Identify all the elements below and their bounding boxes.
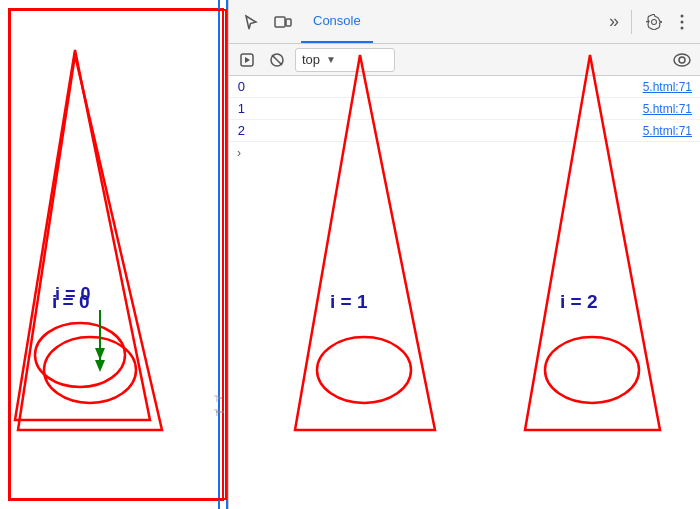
svg-point-10 [681, 20, 684, 23]
svg-point-16 [674, 54, 690, 66]
console-output: 0 5.html:71 1 5.html:71 2 5.html:71 › [229, 76, 700, 509]
console-index-1: 1 [229, 101, 253, 116]
svg-line-15 [272, 55, 282, 65]
context-selector[interactable]: top ▼ [295, 48, 395, 72]
svg-point-1 [35, 323, 125, 387]
console-row-1: 1 5.html:71 [229, 98, 700, 120]
console-link-1[interactable]: 5.html:71 [643, 102, 700, 116]
eye-button[interactable] [670, 48, 694, 72]
divider [631, 10, 632, 34]
expand-arrow: › [237, 146, 241, 160]
console-index-0: 0 [229, 79, 253, 94]
svg-marker-13 [245, 57, 250, 63]
svg-text:⊤: ⊤ [213, 394, 221, 404]
settings-button[interactable] [640, 8, 668, 36]
svg-marker-0 [15, 50, 150, 420]
console-toolbar: top ▼ [229, 44, 700, 76]
stop-button[interactable] [265, 48, 289, 72]
console-expand-row[interactable]: › [229, 142, 700, 164]
canvas-svg: i = 0 ⊤ [0, 0, 228, 509]
console-row-0: 0 5.html:71 [229, 76, 700, 98]
cursor-tool-button[interactable] [237, 8, 265, 36]
svg-text:i = 0: i = 0 [55, 284, 91, 304]
console-link-0[interactable]: 5.html:71 [643, 80, 700, 94]
context-dropdown-arrow: ▼ [326, 54, 336, 65]
svg-point-11 [681, 26, 684, 29]
devtools-tabs: Console [301, 0, 601, 43]
svg-point-9 [681, 14, 684, 17]
device-emulation-button[interactable] [269, 8, 297, 36]
run-button[interactable] [235, 48, 259, 72]
more-options-button[interactable] [672, 8, 692, 36]
console-link-2[interactable]: 5.html:71 [643, 124, 700, 138]
devtools-panel: Console » [228, 0, 700, 509]
tab-console[interactable]: Console [301, 0, 373, 43]
devtools-topbar: Console » [229, 0, 700, 44]
svg-point-17 [679, 57, 685, 63]
svg-rect-8 [286, 19, 291, 26]
console-row-2: 2 5.html:71 [229, 120, 700, 142]
triangle-0: i = 0 [15, 50, 150, 420]
svg-marker-4 [95, 348, 105, 360]
context-label: top [302, 52, 320, 67]
canvas-area: i = 0 ⊤ [0, 0, 228, 509]
console-index-2: 2 [229, 123, 253, 138]
more-tabs-button[interactable]: » [605, 7, 623, 36]
svg-rect-7 [275, 17, 285, 27]
